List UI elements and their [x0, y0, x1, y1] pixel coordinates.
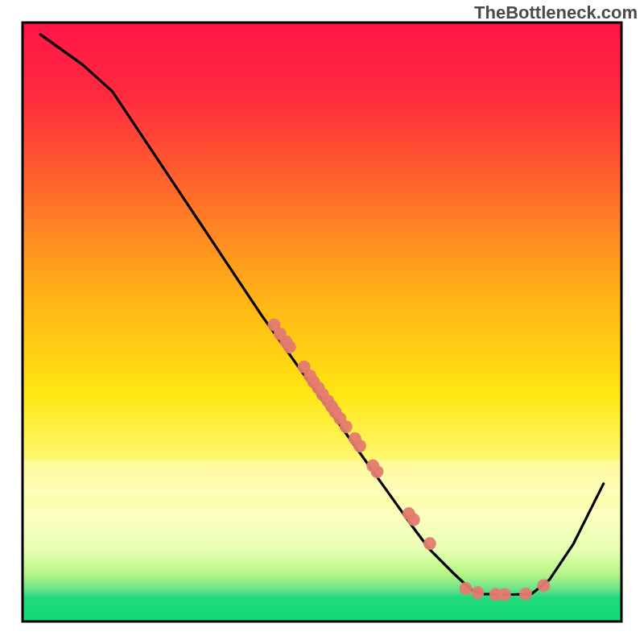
chart-container: TheBottleneck.com — [0, 0, 644, 644]
watermark-text: TheBottleneck.com — [474, 2, 638, 23]
svg-rect-1 — [23, 460, 621, 496]
data-point — [498, 588, 511, 601]
chart-plot — [0, 0, 644, 644]
data-point — [537, 579, 550, 592]
data-point — [519, 588, 532, 601]
data-point — [471, 586, 484, 599]
data-point — [423, 537, 436, 550]
data-point — [460, 582, 473, 595]
svg-rect-0 — [23, 23, 621, 621]
data-point — [283, 341, 296, 353]
data-point — [370, 465, 383, 478]
data-point — [353, 440, 366, 452]
data-point — [407, 514, 420, 526]
data-point — [340, 420, 353, 433]
